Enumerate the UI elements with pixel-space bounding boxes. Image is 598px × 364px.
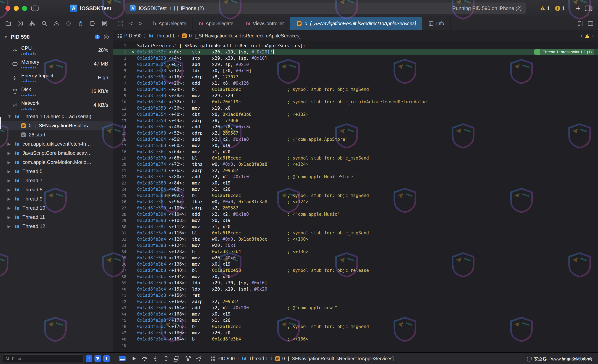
- code-line[interactable]: 330x1ad8fe3a8<+124>:movw20, #0x1: [113, 242, 598, 248]
- disclosure-triangle[interactable]: ▶: [8, 151, 12, 156]
- line-number-gutter[interactable]: 3: [113, 55, 128, 61]
- stack-frame-row[interactable]: 0 -[_SFNavigationResult is…: [0, 121, 113, 130]
- line-number-gutter[interactable]: 35: [113, 255, 128, 261]
- minimize-window-button[interactable]: [14, 6, 19, 11]
- tab-viewcontroller[interactable]: mViewController: [240, 17, 291, 30]
- line-number-gutter[interactable]: 40: [113, 286, 128, 292]
- code-line[interactable]: 350x1ad8fe3b0<+132>:movw20, #0x0: [113, 255, 598, 261]
- disclosure-triangle[interactable]: ▶: [8, 206, 12, 210]
- code-line[interactable]: 1SafariServices`-[_SFNavigationResult is…: [113, 43, 598, 49]
- report-navigator-icon[interactable]: [101, 20, 108, 27]
- line-number-gutter[interactable]: 11: [113, 105, 128, 111]
- adjust-editor-icon[interactable]: [588, 21, 593, 26]
- code-line[interactable]: 460x1ad8fe3dc<+176>:bl0x1a6f8cdec; symbo…: [113, 323, 598, 330]
- code-line[interactable]: 410x1ad8fe3c8<+156>:ret: [113, 292, 598, 298]
- line-number-gutter[interactable]: 25: [113, 192, 128, 199]
- code-line[interactable]: 320x1ad8fe3a4<+120>:tbzw0, #0x0, 0x1ad8f…: [113, 236, 598, 242]
- code-line[interactable]: 150x1ad8fe360<+52>:adrpx2, 209587: [113, 130, 598, 136]
- scheme-device[interactable]: iPhone (2): [181, 5, 204, 11]
- jumpbar-item[interactable]: 0 -[_SFNavigationResult isRedirectToAppl…: [182, 33, 301, 39]
- filter-flag-toggle[interactable]: [86, 355, 92, 362]
- line-number-gutter[interactable]: 10: [113, 99, 128, 105]
- scheme-status-pill[interactable]: A iOSSDKTest ⟩ iPhone (2) Running PID 59…: [125, 2, 526, 14]
- line-number-gutter[interactable]: 33: [113, 242, 128, 248]
- stack-frame-row[interactable]: 26 start: [0, 130, 113, 139]
- line-number-gutter[interactable]: 17: [113, 142, 128, 149]
- line-number-gutter[interactable]: 13: [113, 117, 128, 124]
- line-number-gutter[interactable]: 4: [113, 61, 128, 68]
- disclosure-triangle[interactable]: ▶: [8, 160, 12, 165]
- line-number-gutter[interactable]: 42: [113, 298, 128, 305]
- code-line[interactable]: 360x1ad8fe3b4<+136>:movx0, x19: [113, 261, 598, 267]
- code-line[interactable]: 100x1ad8fe34c<+32>:bl0x1a70d119c; symbol…: [113, 99, 598, 105]
- gauge-row-memory[interactable]: Memory47 MB: [0, 57, 113, 71]
- line-number-gutter[interactable]: 18: [113, 149, 128, 155]
- code-line[interactable]: 110x1ad8fe350<+36>:movx19, x0: [113, 105, 598, 111]
- previous-issue-button[interactable]: ‹: [581, 33, 583, 39]
- line-number-gutter[interactable]: 6: [113, 74, 128, 80]
- editor-layout-icon[interactable]: [585, 5, 593, 11]
- line-number-gutter[interactable]: 9: [113, 92, 128, 99]
- line-number-gutter[interactable]: 27: [113, 205, 128, 211]
- code-line[interactable]: 180x1ad8fe36c<+64>:movx1, x20: [113, 149, 598, 155]
- code-line[interactable]: 140x1ad8fe35c<+48>:addx20, x8, #0xc8c: [113, 124, 598, 130]
- thread-row[interactable]: ▶Thread 9: [0, 194, 113, 203]
- debug-breadcrumb-item[interactable]: PID 590: [210, 356, 235, 362]
- line-number-gutter[interactable]: 19: [113, 155, 128, 161]
- info-icon[interactable]: [94, 34, 100, 40]
- line-number-gutter[interactable]: 47: [113, 330, 128, 336]
- window-edge-handle[interactable]: [0, 117, 1, 129]
- line-number-gutter[interactable]: 14: [113, 124, 128, 130]
- disclosure-triangle[interactable]: ▶: [8, 215, 12, 220]
- code-line[interactable]: 80x1ad8fe344<+24>:bl0x1a6f8cdec; symbol …: [113, 86, 598, 92]
- step-over-icon[interactable]: [141, 356, 148, 362]
- disclosure-triangle[interactable]: ▶: [8, 169, 12, 174]
- memory-graph-icon[interactable]: [185, 356, 191, 362]
- symbol-navigator-icon[interactable]: [29, 20, 35, 27]
- code-line[interactable]: 290x1ad8fe398<+108>:movx0, x19: [113, 217, 598, 223]
- code-line[interactable]: 230x1ad8fe380<+84>:movx0, x19: [113, 180, 598, 186]
- disclosure-triangle[interactable]: ▶: [8, 187, 12, 192]
- line-number-gutter[interactable]: 31: [113, 230, 128, 236]
- gauge-row-cpu[interactable]: CPU28%: [0, 43, 113, 57]
- filter-running-toggle[interactable]: [94, 355, 101, 362]
- line-number-gutter[interactable]: 5: [113, 68, 128, 74]
- disclosure-triangle[interactable]: ▶: [8, 224, 12, 229]
- code-line[interactable]: 300x1ad8fe39c<+112>:movx1, x20: [113, 223, 598, 230]
- code-line[interactable]: 470x1ad8fe3e0<+180>:movx20, x0: [113, 330, 598, 336]
- add-editor-button[interactable]: +: [576, 4, 581, 13]
- go-back-button[interactable]: <: [129, 20, 133, 27]
- find-navigator-icon[interactable]: [41, 20, 47, 27]
- disclosure-triangle[interactable]: ▼: [8, 114, 12, 119]
- runtime-issue-badge[interactable]: 1: [555, 5, 565, 11]
- code-line[interactable]: 400x1ad8fe3c4<+152>:ldpx20, x19, [sp], #…: [113, 286, 598, 292]
- gauge-row-disk[interactable]: Disk16 KB/s: [0, 84, 113, 98]
- line-number-gutter[interactable]: 37: [113, 267, 128, 273]
- code-line[interactable]: 49: [113, 342, 598, 348]
- code-line[interactable]: 390x1ad8fe3c0<+148>:ldpx29, x30, [sp, #0…: [113, 280, 598, 286]
- disclosure-triangle[interactable]: ▶: [8, 197, 12, 201]
- code-line[interactable]: 200x1ad8fe374<+72>:tbnzw0, #0x0, 0x1ad8f…: [113, 161, 598, 167]
- debug-breadcrumb-item[interactable]: 0 -[_SFNavigationResult isRedirectToAppl…: [275, 356, 394, 362]
- code-line[interactable]: 440x1ad8fe3d4<+168>:movx0, x19: [113, 311, 598, 317]
- project-navigator-icon[interactable]: [5, 20, 11, 27]
- issue-navigator-icon[interactable]: [53, 20, 59, 27]
- line-number-gutter[interactable]: 16: [113, 136, 128, 142]
- line-number-gutter[interactable]: 21: [113, 167, 128, 174]
- debug-navigator-icon[interactable]: [77, 20, 84, 27]
- disassembly-editor[interactable]: 1SafariServices`-[_SFNavigationResult is…: [113, 41, 598, 352]
- code-line[interactable]: 430x1ad8fe3d0<+164>:addx2, x2, #0x200; @…: [113, 305, 598, 311]
- thread-row[interactable]: ▶Thread 5: [0, 167, 113, 176]
- code-line[interactable]: 420x1ad8fe3cc<+160>:adrpx2, 209587: [113, 298, 598, 305]
- code-line[interactable]: 250x1ad8fe388<+92>:bl0x1a6f8cdec; symbol…: [113, 192, 598, 199]
- code-line[interactable]: 480x1ad8fe3e4<+184>:b0x1ad8fe3b4; <+136>: [113, 336, 598, 342]
- code-line[interactable]: 190x1ad8fe370<+68>:bl0x1a6f8cdec; symbol…: [113, 155, 598, 161]
- disclosure-triangle[interactable]: ▶: [8, 178, 12, 183]
- thread-row[interactable]: ▶com.apple.CoreMotion.Motio…: [0, 158, 113, 167]
- debug-breadcrumb-item[interactable]: Thread 1: [241, 356, 268, 362]
- process-header-row[interactable]: ▼ PID 590: [0, 30, 113, 43]
- line-number-gutter[interactable]: 41: [113, 292, 128, 298]
- line-number-gutter[interactable]: 29: [113, 217, 128, 223]
- code-line[interactable]: 160x1ad8fe364<+56>:addx2, x2, #0x1a0; @"…: [113, 136, 598, 142]
- line-number-gutter[interactable]: 23: [113, 180, 128, 186]
